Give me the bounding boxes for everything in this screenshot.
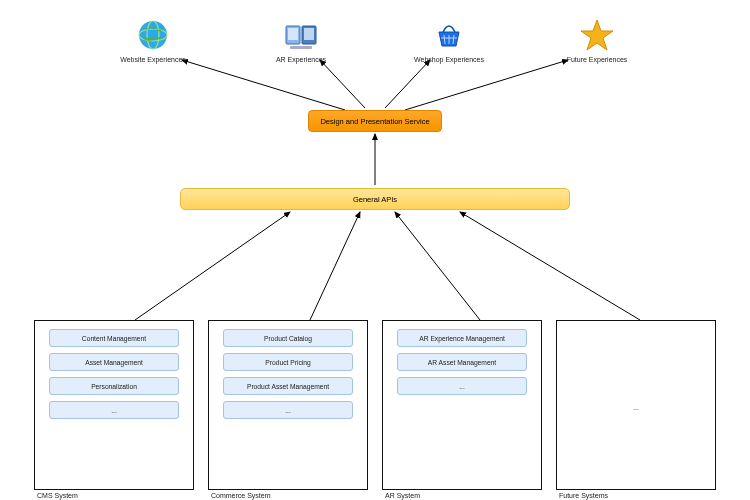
system-caption: CMS System bbox=[37, 492, 78, 499]
svg-point-9 bbox=[139, 21, 167, 49]
service-label: ... bbox=[633, 404, 639, 411]
service-box: ... bbox=[223, 401, 353, 419]
svg-line-2 bbox=[385, 60, 430, 108]
svg-line-6 bbox=[310, 212, 360, 320]
experiences-row: Website Experiences AR Experiences Websh… bbox=[0, 18, 750, 63]
experience-webshop: Webshop Experiences bbox=[404, 18, 494, 63]
svg-line-1 bbox=[320, 60, 365, 108]
service-label: AR Asset Management bbox=[428, 359, 496, 366]
system-commerce: Product Catalog Product Pricing Product … bbox=[208, 320, 368, 490]
service-box: Product Catalog bbox=[223, 329, 353, 347]
experience-website: Website Experiences bbox=[108, 18, 198, 63]
ar-icon bbox=[284, 18, 318, 52]
service-label: ... bbox=[285, 407, 291, 414]
system-ar: AR Experience Management AR Asset Manage… bbox=[382, 320, 542, 490]
system-cms: Content Management Asset Management Pers… bbox=[34, 320, 194, 490]
globe-icon bbox=[136, 18, 170, 52]
service-label: Product Catalog bbox=[264, 335, 312, 342]
service-label: AR Experience Management bbox=[419, 335, 505, 342]
service-box: Personalization bbox=[49, 377, 179, 395]
service-label: Personalization bbox=[91, 383, 137, 390]
svg-rect-13 bbox=[288, 28, 298, 40]
svg-rect-16 bbox=[290, 46, 312, 49]
experience-label: Webshop Experiences bbox=[414, 56, 484, 63]
system-caption: Commerce System bbox=[211, 492, 271, 499]
service-box: Content Management bbox=[49, 329, 179, 347]
service-box: Asset Management bbox=[49, 353, 179, 371]
basket-icon bbox=[432, 18, 466, 52]
service-label: ... bbox=[459, 383, 465, 390]
experience-label: Future Experiences bbox=[567, 56, 628, 63]
system-caption: AR System bbox=[385, 492, 420, 499]
experience-future: Future Experiences bbox=[552, 18, 642, 63]
service-label: Product Asset Management bbox=[247, 383, 329, 390]
service-box: AR Asset Management bbox=[397, 353, 527, 371]
svg-line-8 bbox=[460, 212, 640, 320]
svg-rect-15 bbox=[304, 28, 314, 40]
design-service-label: Design and Presentation Service bbox=[320, 117, 429, 126]
experience-label: AR Experiences bbox=[276, 56, 326, 63]
svg-line-5 bbox=[135, 212, 290, 320]
star-icon bbox=[580, 18, 614, 52]
general-apis: General APIs bbox=[180, 188, 570, 210]
svg-line-0 bbox=[182, 60, 345, 110]
service-box: AR Experience Management bbox=[397, 329, 527, 347]
experience-ar: AR Experiences bbox=[256, 18, 346, 63]
service-label: Asset Management bbox=[85, 359, 143, 366]
service-label: Product Pricing bbox=[265, 359, 310, 366]
service-label: Content Management bbox=[82, 335, 146, 342]
service-box: Product Pricing bbox=[223, 353, 353, 371]
service-box: ... bbox=[397, 377, 527, 395]
svg-line-7 bbox=[395, 212, 480, 320]
system-future: ... Future Systems bbox=[556, 320, 716, 490]
service-box: Product Asset Management bbox=[223, 377, 353, 395]
general-apis-label: General APIs bbox=[353, 195, 397, 204]
experience-label: Website Experiences bbox=[120, 56, 186, 63]
systems-row: Content Management Asset Management Pers… bbox=[0, 320, 750, 490]
svg-line-3 bbox=[405, 60, 568, 110]
system-caption: Future Systems bbox=[559, 492, 608, 499]
service-box: ... bbox=[49, 401, 179, 419]
design-presentation-service: Design and Presentation Service bbox=[308, 110, 442, 132]
service-label: ... bbox=[111, 407, 117, 414]
